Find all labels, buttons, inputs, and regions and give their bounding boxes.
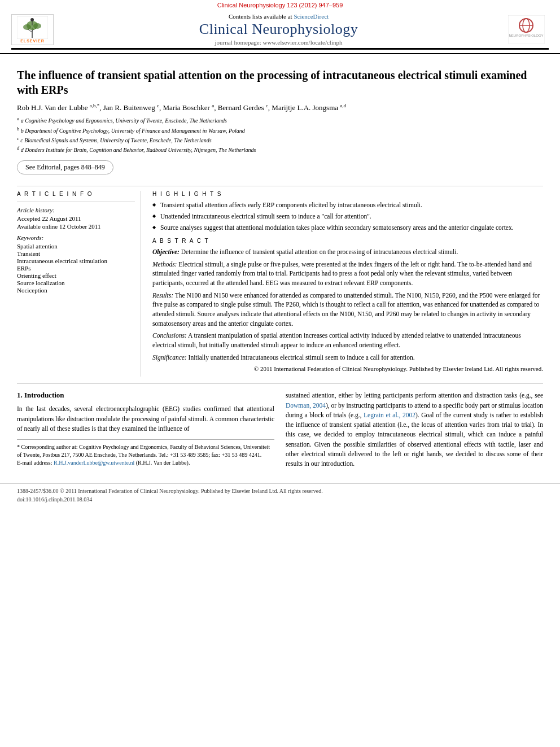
abstract-methods: Methods: Electrical stimuli, a single pu… bbox=[152, 260, 543, 288]
results-label: Results: bbox=[152, 292, 173, 299]
editorial-box: See Editorial, pages 848–849 bbox=[17, 160, 113, 174]
main-divider bbox=[17, 383, 543, 384]
article-content: The influence of transient spatial atten… bbox=[0, 54, 560, 478]
abstract-results: Results: The N100 and N150 were enhanced… bbox=[152, 291, 543, 329]
keyword-5: Orienting effect bbox=[17, 272, 135, 279]
footer-issn: 1388-2457/$36.00 © 2011 International Fe… bbox=[17, 487, 323, 495]
intro-right: sustained attention, either by letting p… bbox=[286, 391, 543, 472]
objective-label: Objective: bbox=[152, 248, 180, 255]
footnote-email: E-mail address: R.H.J.vanderLubbe@gw.utw… bbox=[17, 459, 274, 467]
section-divider bbox=[17, 186, 543, 186]
dowman-link[interactable]: Dowman, 2004 bbox=[286, 402, 326, 409]
info-divider bbox=[17, 202, 135, 202]
objective-text: Determine the influence of transient spa… bbox=[181, 248, 458, 255]
affiliation-c: c c Biomedical Signals and Systems, Univ… bbox=[17, 136, 543, 145]
highlights-abstract-col: H I G H L I G H T S Transient spatial at… bbox=[152, 191, 543, 377]
affiliation-b: b b Department of Cognitive Psychology, … bbox=[17, 126, 543, 135]
intro-section-title: Introduction bbox=[24, 391, 64, 399]
keyword-1: Spatial attention bbox=[17, 243, 135, 250]
footnote-area: * Corresponding author at: Cognitive Psy… bbox=[17, 439, 274, 467]
abstract-significance: Significance: Initially unattended intra… bbox=[152, 353, 543, 362]
methods-label: Methods: bbox=[152, 261, 177, 268]
intro-para-right: sustained attention, either by letting p… bbox=[286, 391, 543, 469]
significance-label: Significance: bbox=[152, 354, 187, 361]
homepage-line: journal homepage: www.elsevier.com/locat… bbox=[54, 39, 504, 46]
available-date: Available online 12 October 2011 bbox=[17, 223, 135, 230]
svg-point-6 bbox=[33, 23, 41, 29]
accepted-date: Accepted 22 August 2011 bbox=[17, 215, 135, 222]
highlight-1: Transient spatial attention affects earl… bbox=[152, 200, 543, 209]
sciencedirect-link[interactable]: ScienceDirect bbox=[294, 13, 329, 20]
keyword-6: Source localization bbox=[17, 279, 135, 286]
tree-figure-icon bbox=[17, 16, 48, 39]
legrain-link[interactable]: Legrain et al., 2002 bbox=[364, 412, 415, 418]
journal-banner: ELSEVIER Contents lists available at Sci… bbox=[0, 10, 560, 48]
article-info-col: A R T I C L E I N F O Article history: A… bbox=[17, 191, 141, 377]
footer-left: 1388-2457/$36.00 © 2011 International Fe… bbox=[17, 487, 323, 504]
highlights-label: H I G H L I G H T S bbox=[152, 191, 543, 197]
introduction-section: 1. Introduction In the last decades, sev… bbox=[17, 391, 543, 472]
svg-point-5 bbox=[23, 24, 31, 30]
svg-rect-9 bbox=[508, 15, 545, 43]
authors-text: Rob H.J. Van der Lubbe a,b,*, Jan R. Bui… bbox=[17, 103, 346, 112]
journal-header: Clinical Neurophysiology 123 (2012) 947–… bbox=[0, 0, 560, 54]
history-label: Article history: bbox=[17, 207, 135, 213]
affiliation-a: a a Cognitive Psychology and Ergonomics,… bbox=[17, 116, 543, 125]
abstract-conclusions: Conclusions: A transient manipulation of… bbox=[152, 331, 543, 350]
keyword-3: Intracutaneous electrical stimulation bbox=[17, 257, 135, 264]
page-footer: 1388-2457/$36.00 © 2011 International Fe… bbox=[0, 483, 560, 506]
highlight-2: Unattended intracutaneous electrical sti… bbox=[152, 212, 543, 221]
two-col-section: A R T I C L E I N F O Article history: A… bbox=[17, 191, 543, 377]
article-info-label: A R T I C L E I N F O bbox=[17, 191, 135, 197]
keyword-4: ERPs bbox=[17, 265, 135, 272]
footer-doi: doi:10.1016/j.clinph.2011.08.034 bbox=[17, 495, 323, 504]
abstract-objective: Objective: Determine the influence of tr… bbox=[152, 247, 543, 257]
intro-section-number: 1. bbox=[17, 391, 24, 399]
results-text: The N100 and N150 were enhanced for atte… bbox=[152, 292, 540, 327]
journal-ref: Clinical Neurophysiology 123 (2012) 947–… bbox=[0, 0, 560, 10]
authors-line: Rob H.J. Van der Lubbe a,b,*, Jan R. Bui… bbox=[17, 103, 543, 112]
keyword-2: Transient bbox=[17, 250, 135, 257]
abstract-section: A B S T R A C T Objective: Determine the… bbox=[152, 238, 543, 374]
affiliations: a a Cognitive Psychology and Ergonomics,… bbox=[17, 116, 543, 154]
intro-left: 1. Introduction In the last decades, sev… bbox=[17, 391, 274, 472]
right-logo: NEUROPHYSIOLOGY bbox=[504, 14, 549, 45]
keyword-7: Nociception bbox=[17, 287, 135, 294]
intro-heading: 1. Introduction bbox=[17, 391, 274, 400]
abstract-label: A B S T R A C T bbox=[152, 238, 543, 244]
conclusions-label: Conclusions: bbox=[152, 332, 187, 339]
svg-point-7 bbox=[30, 18, 34, 21]
email-link[interactable]: R.H.J.vanderLubbe@gw.utwente.nl bbox=[54, 460, 134, 466]
left-logo: ELSEVIER bbox=[11, 14, 54, 45]
affiliation-d: d d Donders Institute for Brain, Cogniti… bbox=[17, 145, 543, 154]
svg-text:NEUROPHYSIOLOGY: NEUROPHYSIOLOGY bbox=[509, 34, 543, 37]
intro-text-left: In the last decades, several electroence… bbox=[17, 405, 274, 432]
conclusions-text: A transient manipulation of spatial atte… bbox=[152, 332, 521, 348]
journal-title-center: Contents lists available at ScienceDirec… bbox=[54, 13, 504, 46]
highlights-section: H I G H L I G H T S Transient spatial at… bbox=[152, 191, 543, 232]
contents-line: Contents lists available at ScienceDirec… bbox=[54, 13, 504, 20]
highlight-3: Source analyses suggest that attentional… bbox=[152, 223, 543, 232]
intro-para-left: In the last decades, several electroence… bbox=[17, 404, 274, 434]
journal-main-title: Clinical Neurophysiology bbox=[54, 21, 504, 38]
keywords-label: Keywords: bbox=[17, 234, 135, 241]
significance-text: Initially unattended intracutaneous elec… bbox=[189, 354, 415, 361]
header-divider bbox=[11, 48, 549, 50]
elsevier-label: ELSEVIER bbox=[20, 39, 45, 43]
article-title: The influence of transient spatial atten… bbox=[17, 68, 543, 97]
footnote-corresponding: * Corresponding author at: Cognitive Psy… bbox=[17, 443, 274, 459]
right-logo-icon: NEUROPHYSIOLOGY bbox=[508, 15, 545, 43]
methods-text: Electrical stimuli, a single pulse or fi… bbox=[152, 261, 532, 286]
abstract-copyright: © 2011 International Federation of Clini… bbox=[152, 365, 543, 374]
